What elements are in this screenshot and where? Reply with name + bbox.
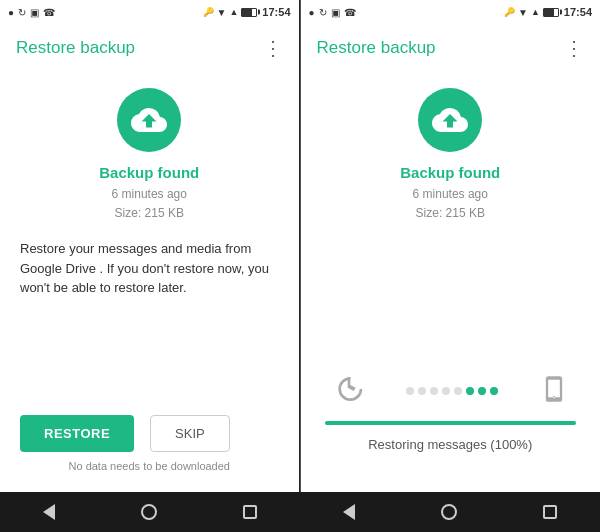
phone-device-svg (540, 375, 568, 403)
progress-track (325, 373, 577, 409)
upload-cloud-svg-left (131, 102, 167, 138)
progress-bar-fill (325, 421, 577, 425)
signal-icon: ▲ (229, 7, 238, 17)
lock-icon-r: 🔑 (504, 7, 515, 17)
restore-button[interactable]: RESTORE (20, 415, 134, 452)
status-bar-left-icons: ● ↻ ▣ ☎ (8, 7, 55, 18)
progress-bar-container (325, 421, 577, 425)
menu-button-left[interactable]: ⋮ (263, 36, 283, 60)
progress-area: Restoring messages (100%) (317, 373, 585, 452)
time-right: 17:54 (564, 6, 592, 18)
recents-button-left[interactable] (243, 505, 257, 519)
recents-button-right[interactable] (543, 505, 557, 519)
skip-button[interactable]: SKIP (150, 415, 230, 452)
app-bar-left: Restore backup ⋮ (0, 24, 299, 72)
screen-icon-r: ▣ (331, 7, 340, 18)
dot-2 (418, 387, 426, 395)
dot-6 (466, 387, 474, 395)
cloud-icon-left (117, 88, 181, 152)
screen-right: ● ↻ ▣ ☎ 🔑 ▼ ▲ 17:54 Restore backup ⋮ (301, 0, 601, 492)
refresh-icon-r: ↻ (319, 7, 327, 18)
signal-icon-r: ▲ (531, 7, 540, 17)
screen-left: ● ↻ ▣ ☎ 🔑 ▼ ▲ 17:54 Restore backup ⋮ (0, 0, 300, 492)
dot-5 (454, 387, 462, 395)
screen-icon: ▣ (30, 7, 39, 18)
history-icon (333, 373, 365, 409)
home-circle-left (141, 504, 157, 520)
history-svg (333, 373, 365, 405)
nav-right (300, 492, 600, 532)
recents-square-left (243, 505, 257, 519)
back-arrow-left (43, 504, 55, 520)
wifi-icon-r: ▼ (518, 7, 528, 18)
status-bar-right-right-icons: 🔑 ▼ ▲ 17:54 (504, 6, 592, 18)
nav-left (0, 492, 300, 532)
phone-device-icon (540, 375, 568, 407)
status-bar-left: ● ↻ ▣ ☎ 🔑 ▼ ▲ 17:54 (0, 0, 299, 24)
backup-info-left: 6 minutes ago Size: 215 KB (112, 185, 187, 223)
status-bar-right: ● ↻ ▣ ☎ 🔑 ▼ ▲ 17:54 (301, 0, 601, 24)
time-left: 17:54 (262, 6, 290, 18)
phone-icon-r: ☎ (344, 7, 356, 18)
phone-icon: ☎ (43, 7, 55, 18)
home-button-left[interactable] (141, 504, 157, 520)
refresh-icon: ↻ (18, 7, 26, 18)
backup-info-right: 6 minutes ago Size: 215 KB (413, 185, 488, 223)
restoring-label: Restoring messages (100%) (368, 437, 532, 452)
cloud-icon-right (418, 88, 482, 152)
lock-icon: 🔑 (203, 7, 214, 17)
app-title-right: Restore backup (317, 38, 436, 58)
screen-right-content: Backup found 6 minutes ago Size: 215 KB (301, 72, 601, 492)
battery-icon (241, 8, 257, 17)
upload-cloud-svg-right (432, 102, 468, 138)
status-bar-right-icons: 🔑 ▼ ▲ 17:54 (203, 6, 291, 18)
dot-1 (406, 387, 414, 395)
status-bar-right-left-icons: ● ↻ ▣ ☎ (309, 7, 356, 18)
backup-status-right: Backup found (400, 164, 500, 181)
dot-4 (442, 387, 450, 395)
backup-status-left: Backup found (99, 164, 199, 181)
home-button-right[interactable] (441, 504, 457, 520)
back-button-right[interactable] (343, 504, 355, 520)
footer-note: No data needs to be downloaded (69, 460, 230, 472)
back-arrow-right (343, 504, 355, 520)
back-button-left[interactable] (43, 504, 55, 520)
screen-left-content: Backup found 6 minutes ago Size: 215 KB … (0, 72, 299, 492)
restore-message: Restore your messages and media from Goo… (16, 239, 283, 298)
app-title-left: Restore backup (16, 38, 135, 58)
dots-progress (373, 387, 533, 395)
app-bar-right: Restore backup ⋮ (301, 24, 601, 72)
dot-8 (490, 387, 498, 395)
notification-icon-r: ● (309, 7, 315, 18)
notification-icon: ● (8, 7, 14, 18)
menu-button-right[interactable]: ⋮ (564, 36, 584, 60)
wifi-icon: ▼ (217, 7, 227, 18)
bottom-navigation (0, 492, 600, 532)
recents-square-right (543, 505, 557, 519)
battery-icon-r (543, 8, 559, 17)
home-circle-right (441, 504, 457, 520)
dot-3 (430, 387, 438, 395)
action-buttons: RESTORE SKIP (16, 415, 283, 452)
dot-7 (478, 387, 486, 395)
